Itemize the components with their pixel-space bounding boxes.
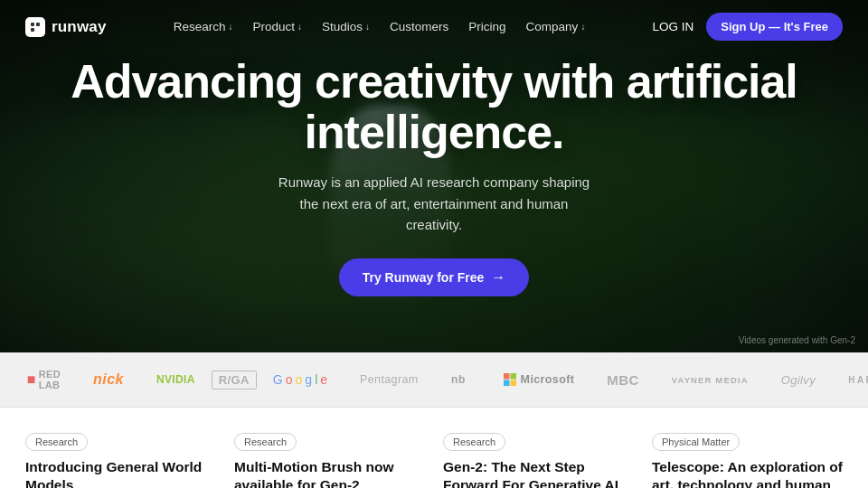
card-3: Research Gen-2: The Next Step Forward Fo… — [443, 433, 634, 488]
hero-title: Advancing creativity with artificial int… — [54, 56, 814, 157]
hero-caption: Videos generated with Gen-2 — [739, 335, 855, 345]
nav-pricing[interactable]: Pricing — [468, 20, 505, 33]
cards-grid: Research Introducing General World Model… — [25, 433, 843, 488]
logo-vaynermedia: VAYNER MEDIA — [656, 375, 765, 385]
logo-google: Google — [257, 372, 344, 387]
chevron-down-icon: ↓ — [580, 22, 585, 32]
logo-mbc: MBC — [590, 372, 656, 388]
hero-subtitle: Runway is an applied AI research company… — [271, 172, 597, 235]
chevron-down-icon: ↓ — [297, 22, 302, 32]
logo-harbor: HARBOR — [832, 375, 868, 385]
logo-icon — [25, 17, 45, 37]
signup-button[interactable]: Sign Up — It's Free — [706, 13, 843, 41]
nav-product[interactable]: Product ↓ — [253, 20, 303, 33]
arrow-right-icon: → — [491, 269, 505, 286]
logo-rga: R/GA — [212, 371, 257, 389]
logo-pentagram: Pentagram — [344, 373, 435, 386]
logos-strip: CBS ■ REDLAB nick NVIDIA R/GA Google Pen… — [0, 352, 868, 408]
logo-cbs: CBS — [0, 372, 11, 387]
card-1: Research Introducing General World Model… — [25, 433, 216, 488]
card-badge-3: Research — [443, 433, 505, 451]
login-button[interactable]: LOG IN — [653, 20, 694, 33]
card-badge-2: Research — [234, 433, 297, 451]
navbar: runway Research ↓ Product ↓ Studios ↓ Cu… — [0, 0, 868, 53]
logo-newbalance: nb — [435, 373, 487, 386]
hero-section: runway Research ↓ Product ↓ Studios ↓ Cu… — [0, 0, 868, 352]
nav-company[interactable]: Company ↓ — [526, 20, 586, 33]
svg-rect-1 — [36, 23, 40, 26]
svg-rect-5 — [510, 373, 516, 380]
card-title-4: Telescope: An exploration of art, techno… — [652, 458, 843, 488]
card-title-1: Introducing General World Models — [25, 458, 216, 488]
brand-name: runway — [52, 18, 107, 36]
logo-ogilvy: Ogilvy — [765, 373, 832, 387]
chevron-down-icon: ↓ — [365, 22, 370, 32]
try-runway-button[interactable]: Try Runway for Free → — [339, 258, 530, 296]
card-4: Physical Matter Telescope: An exploratio… — [652, 433, 843, 488]
nav-actions: LOG IN Sign Up — It's Free — [653, 13, 843, 41]
card-badge-4: Physical Matter — [652, 433, 740, 451]
logo-microsoft: Microsoft — [487, 373, 591, 386]
svg-rect-0 — [31, 23, 34, 26]
card-badge-1: Research — [25, 433, 88, 451]
nav-studios[interactable]: Studios ↓ — [322, 20, 370, 33]
card-title-3: Gen-2: The Next Step Forward For Generat… — [443, 458, 634, 488]
nav-customers[interactable]: Customers — [390, 20, 448, 33]
logo-nvidia: NVIDIA — [140, 373, 212, 386]
svg-text:nb: nb — [451, 373, 466, 386]
svg-rect-2 — [31, 28, 34, 32]
cards-section: Research Introducing General World Model… — [0, 408, 868, 488]
svg-rect-6 — [504, 380, 510, 387]
card-title-2: Multi-Motion Brush now available for Gen… — [234, 458, 425, 488]
chevron-down-icon: ↓ — [229, 22, 233, 32]
card-2: Research Multi-Motion Brush now availabl… — [234, 433, 425, 488]
brand-logo[interactable]: runway — [25, 17, 107, 37]
nav-links: Research ↓ Product ↓ Studios ↓ Customers… — [174, 20, 586, 33]
svg-rect-4 — [504, 373, 510, 380]
logo-redlab: ■ REDLAB — [11, 369, 77, 390]
nav-research[interactable]: Research ↓ — [174, 20, 233, 33]
svg-rect-7 — [510, 380, 516, 387]
logo-nick: nick — [77, 371, 140, 388]
hero-content: Advancing creativity with artificial int… — [0, 56, 868, 296]
